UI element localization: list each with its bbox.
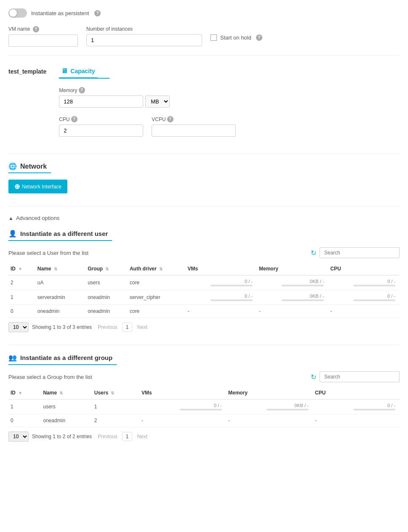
user-per-page-select[interactable]: 10 25 50 xyxy=(8,322,29,332)
num-instances-label: Number of instances xyxy=(86,26,202,32)
group-icon: 👥 xyxy=(8,354,17,362)
user-next-button[interactable]: Next xyxy=(134,323,150,331)
user-row-cpu: - xyxy=(328,305,400,318)
user-row-memory: 0KB / - xyxy=(257,275,328,290)
persistent-help-icon[interactable]: ? xyxy=(94,10,101,16)
group-showing-text: Showing 1 to 2 of 2 entries xyxy=(32,434,92,439)
plus-icon: ⊕ xyxy=(14,183,20,191)
user-row-cpu: 0 / - xyxy=(328,290,400,305)
user-row-auth: core xyxy=(128,305,186,318)
user-table-actions: ↻ xyxy=(311,247,400,258)
vcpu-help-icon[interactable]: ? xyxy=(167,116,173,122)
vm-name-input[interactable] xyxy=(8,34,78,47)
vm-name-group: VM name ? xyxy=(8,26,78,47)
group-row-vms: 0 / - xyxy=(139,400,226,414)
persistent-toggle-label: Instantiate as persistent xyxy=(31,10,89,16)
user-search-input[interactable] xyxy=(320,247,400,258)
user-col-name[interactable]: Name ⇅ xyxy=(35,262,85,275)
table-row[interactable]: 0 oneadmin 2 - - - xyxy=(8,414,400,427)
user-col-vms[interactable]: VMs xyxy=(186,262,257,275)
instantiate-persistent-row: Instantiate as persistent ? xyxy=(8,8,400,18)
table-row[interactable]: 2 uA users core 0 / - 0KB / - 0 / - xyxy=(8,275,400,290)
group-row-id: 0 xyxy=(8,414,41,427)
diff-group-title: 👥 Instantiate as a different group xyxy=(8,354,117,365)
vcpu-field-group: VCPU ? xyxy=(152,116,236,137)
vcpu-input[interactable] xyxy=(152,124,236,137)
user-row-name: serveradmin xyxy=(35,290,85,305)
user-table: ID ▼ Name ⇅ Group ⇅ Auth driver ⇅ VMs Me… xyxy=(8,262,400,318)
user-prev-button[interactable]: Previous xyxy=(95,323,120,331)
network-section: 🌐 Network ⊕ Network Interface xyxy=(8,162,400,193)
group-per-page-select[interactable]: 10 25 50 xyxy=(8,431,29,442)
group-col-cpu[interactable]: CPU xyxy=(313,386,400,400)
table-row[interactable]: 1 users 1 0 / - 0KB / - 0 / - xyxy=(8,400,400,414)
user-col-memory[interactable]: Memory xyxy=(257,262,328,275)
user-refresh-button[interactable]: ↻ xyxy=(311,249,316,257)
user-row-memory: - xyxy=(257,305,328,318)
cpu-label: CPU ? xyxy=(59,116,143,122)
network-section-header: 🌐 Network xyxy=(8,162,51,173)
group-table-body: 1 users 1 0 / - 0KB / - 0 / - 0 oneadmin… xyxy=(8,400,400,427)
advanced-options-toggle[interactable]: ▲ Advanced options xyxy=(8,215,400,221)
group-col-name[interactable]: Name ⇅ xyxy=(41,386,92,400)
diff-group-section: 👥 Instantiate as a different group Pleas… xyxy=(8,354,400,442)
user-table-toolbar: Please select a User from the list ↻ xyxy=(8,247,400,258)
capacity-tab[interactable]: 🖥 Capacity xyxy=(59,64,97,79)
user-row-name: uA xyxy=(35,275,85,290)
persistent-toggle[interactable] xyxy=(8,8,27,18)
group-col-id[interactable]: ID ▼ xyxy=(8,386,41,400)
start-on-hold-help-icon[interactable]: ? xyxy=(256,34,262,41)
capacity-form: Memory ? MB GB TB C xyxy=(59,87,400,137)
num-instances-input[interactable] xyxy=(86,34,202,46)
group-row-cpu: - xyxy=(313,414,400,427)
user-table-footer: 10 25 50 Showing 1 to 3 of 3 entries Pre… xyxy=(8,322,400,332)
user-page-num[interactable]: 1 xyxy=(122,323,133,332)
group-row-cpu: 0 / - xyxy=(313,400,400,414)
add-network-interface-button[interactable]: ⊕ Network Interface xyxy=(8,180,67,193)
group-row-name: users xyxy=(41,400,92,414)
user-row-cpu: 0 / - xyxy=(328,275,400,290)
start-on-hold-checkbox[interactable] xyxy=(211,34,217,41)
group-col-vms[interactable]: VMs xyxy=(139,386,226,400)
user-pagination-row: 10 25 50 Showing 1 to 3 of 3 entries Pre… xyxy=(8,322,150,332)
add-network-label: Network Interface xyxy=(22,184,61,190)
cpu-field-group: CPU ? xyxy=(59,116,143,137)
group-prev-button[interactable]: Previous xyxy=(95,432,120,441)
table-row[interactable]: 1 serveradmin oneadmin server_cipher 0 /… xyxy=(8,290,400,305)
user-col-id[interactable]: ID ▼ xyxy=(8,262,35,275)
cpu-input[interactable] xyxy=(59,124,143,137)
group-col-memory[interactable]: Memory xyxy=(226,386,313,400)
memory-input[interactable] xyxy=(59,95,143,108)
group-pagination-row: 10 25 50 Showing 1 to 2 of 2 entries Pre… xyxy=(8,431,150,442)
group-refresh-button[interactable]: ↻ xyxy=(311,373,316,381)
capacity-tab-icon: 🖥 xyxy=(61,67,68,75)
group-col-users[interactable]: Users ⇅ xyxy=(92,386,139,400)
user-table-body: 2 uA users core 0 / - 0KB / - 0 / - 1 se… xyxy=(8,275,400,318)
group-row-name: oneadmin xyxy=(41,414,92,427)
diff-user-title-label: Instantiate as a different user xyxy=(20,230,108,237)
user-table-desc: Please select a User from the list xyxy=(8,250,88,256)
group-page-num[interactable]: 1 xyxy=(122,432,133,441)
user-col-cpu[interactable]: CPU xyxy=(328,262,400,275)
user-col-auth[interactable]: Auth driver ⇅ xyxy=(128,262,186,275)
group-pagination-controls: Previous 1 Next xyxy=(95,432,150,441)
group-table-header-row: ID ▼ Name ⇅ Users ⇅ VMs Memory CPU xyxy=(8,386,400,400)
cpu-help-icon[interactable]: ? xyxy=(71,116,77,122)
group-next-button[interactable]: Next xyxy=(134,432,150,441)
vm-name-help-icon[interactable]: ? xyxy=(33,26,39,32)
cpu-vcpu-row: CPU ? VCPU ? xyxy=(59,116,400,137)
table-row[interactable]: 0 oneadmin oneadmin core - - - xyxy=(8,305,400,318)
vm-name-label: VM name ? xyxy=(8,26,78,32)
memory-unit-select[interactable]: MB GB TB xyxy=(145,95,170,108)
memory-help-icon[interactable]: ? xyxy=(79,87,85,93)
diff-user-section: 👤 Instantiate as a different user Please… xyxy=(8,230,400,332)
chevron-up-icon: ▲ xyxy=(8,215,13,221)
group-search-input[interactable] xyxy=(320,371,400,382)
group-table: ID ▼ Name ⇅ Users ⇅ VMs Memory CPU 1 use… xyxy=(8,386,400,427)
instance-settings-row: VM name ? Number of instances Start on h… xyxy=(8,26,400,47)
user-row-auth: server_cipher xyxy=(128,290,186,305)
user-col-group[interactable]: Group ⇅ xyxy=(85,262,128,275)
user-row-vms: - xyxy=(186,305,257,318)
memory-row: Memory ? MB GB TB xyxy=(59,87,400,108)
user-showing-text: Showing 1 to 3 of 3 entries xyxy=(32,324,92,330)
